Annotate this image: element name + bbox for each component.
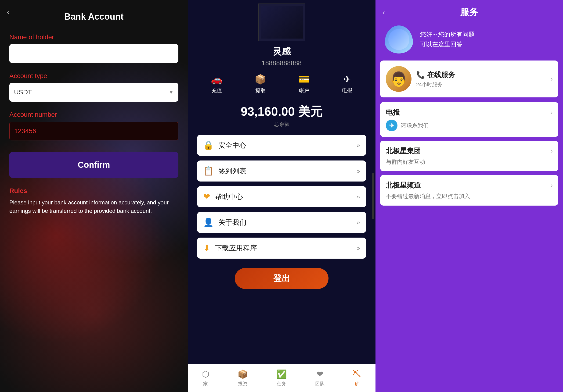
download-icon: ⬇ <box>203 243 210 253</box>
chevron-right-icon-2: » <box>357 168 360 175</box>
back-button[interactable]: ‹ <box>7 8 9 16</box>
nav-label-withdraw: 提取 <box>255 87 266 94</box>
service-hero: 您好～您的所有问题可以在这里回答 <box>375 21 563 61</box>
polaris-group-item[interactable]: 北极星集团 › 与群内好友互动 <box>380 141 558 171</box>
tab-bar: ⬡ 家 📦 投资 ✅ 任务 ❤ 团队 ⛏ 矿 <box>188 364 375 392</box>
quick-nav: 🚗 充值 📦 提取 💳 帐户 ✈ 电报 <box>188 74 375 94</box>
team-icon: ❤ <box>316 369 323 379</box>
page-title: Bank Account <box>64 12 123 22</box>
menu-item-security[interactable]: 🔒 安全中心 » <box>197 135 366 156</box>
polaris-channel-title: 北极星频道 <box>386 181 421 190</box>
tab-task[interactable]: ✅ 任务 <box>276 369 287 387</box>
tab-label-invest: 投资 <box>238 380 247 387</box>
home-icon: ⬡ <box>202 369 209 379</box>
nav-label-recharge: 充值 <box>212 87 222 94</box>
tab-label-team: 团队 <box>315 380 324 387</box>
nav-item-withdraw[interactable]: 📦 提取 <box>255 74 266 94</box>
chevron-right-icon-3: › <box>550 147 553 155</box>
logout-button[interactable]: 登出 <box>235 268 329 289</box>
telegram-title: 电报 <box>386 108 400 117</box>
recharge-icon: 🚗 <box>211 74 223 85</box>
polaris-channel-sub: 不要错过最新消息，立即点击加入 <box>386 193 553 200</box>
panel-bank-account: ‹ Bank Account Name of holder Account ty… <box>0 0 188 392</box>
confirm-button[interactable]: Confirm <box>9 152 179 178</box>
back-button[interactable]: ‹ <box>383 8 385 16</box>
account-number-label: Account number <box>9 111 57 118</box>
agent-name-text: 在线服务 <box>427 70 455 80</box>
menu-item-help[interactable]: ❤ 帮助中心 » <box>197 186 366 207</box>
nav-item-recharge[interactable]: 🚗 充值 <box>211 74 223 94</box>
tab-label-task: 任务 <box>277 380 286 387</box>
panel-service: ‹ 服务 您好～您的所有问题可以在这里回答 👨 📞 在线服务 24小时服务 › … <box>375 0 563 392</box>
name-holder-label: Name of holder <box>9 33 54 41</box>
menu-item-download[interactable]: ⬇ 下载应用程序 » <box>197 238 366 259</box>
rules-title: Rules <box>9 187 27 195</box>
account-number-input[interactable] <box>9 122 179 140</box>
tab-home[interactable]: ⬡ 家 <box>202 369 209 387</box>
telegram-item-top: 电报 › <box>386 108 553 117</box>
polaris-group-top: 北极星集团 › <box>386 146 553 156</box>
nav-label-account: 帐户 <box>299 87 309 94</box>
polaris-channel-desc: 不要错过最新消息，立即点击加入 <box>386 193 470 200</box>
polaris-channel-item[interactable]: 北极星频道 › 不要错过最新消息，立即点击加入 <box>380 175 558 206</box>
chevron-down-icon: ▼ <box>168 89 174 95</box>
telegram-sub: ✈ 请联系我们 <box>386 120 553 131</box>
panel-profile: 灵感 18888888888 🚗 充值 📦 提取 💳 帐户 ✈ 电报 93,16… <box>188 0 375 392</box>
polaris-channel-top: 北极星频道 › <box>386 181 553 190</box>
account-icon: 💳 <box>298 74 310 85</box>
nav-item-telegram[interactable]: ✈ 电报 <box>342 74 352 94</box>
balance-label: 总余额 <box>274 121 289 128</box>
menu-item-about[interactable]: 👤 关于我们 » <box>197 212 366 233</box>
account-type-label: Account type <box>9 72 47 80</box>
menu-list: 🔒 安全中心 » 📋 签到列表 » ❤ 帮助中心 » 👤 关于我们 » ⬇ 下载… <box>197 135 366 259</box>
balance-amount: 93,160.00 美元 <box>241 103 323 120</box>
menu-text-about: 关于我们 <box>218 218 357 227</box>
telegram-desc: 请联系我们 <box>401 122 429 129</box>
tab-invest[interactable]: 📦 投资 <box>238 369 248 387</box>
rules-text: Please input your bank account informati… <box>9 198 179 215</box>
account-type-select[interactable]: USDT ▼ <box>9 83 179 102</box>
mine-icon: ⛏ <box>353 369 361 379</box>
agent-name: 📞 在线服务 <box>416 70 546 80</box>
tab-label-home: 家 <box>203 380 208 387</box>
help-icon: ❤ <box>203 192 210 202</box>
chevron-right-icon-3: » <box>357 193 360 200</box>
menu-text-security: 安全中心 <box>218 141 357 150</box>
nav-item-account[interactable]: 💳 帐户 <box>298 74 310 94</box>
panel1-content: ‹ Bank Account Name of holder Account ty… <box>0 0 188 215</box>
telegram-brand-icon: ✈ <box>386 120 397 131</box>
phone-number: 18888888888 <box>262 59 302 67</box>
tab-mine[interactable]: ⛏ 矿 <box>353 369 361 387</box>
menu-item-checkin[interactable]: 📋 签到列表 » <box>197 160 366 182</box>
online-service-card[interactable]: 👨 📞 在线服务 24小时服务 › <box>380 61 558 98</box>
scroll-indicator <box>372 173 374 219</box>
chevron-right-icon-4: » <box>357 219 360 226</box>
menu-text-checkin: 签到列表 <box>218 166 357 176</box>
polaris-group-sub: 与群内好友互动 <box>386 158 553 166</box>
telegram-icon: ✈ <box>343 74 351 85</box>
profile-banner <box>258 3 305 41</box>
polaris-group-desc: 与群内好友互动 <box>386 158 425 166</box>
nav-label-telegram: 电报 <box>342 87 352 94</box>
agent-avatar: 👨 <box>386 66 411 92</box>
chevron-right-icon: › <box>550 75 553 83</box>
hero-text: 您好～您的所有问题可以在这里回答 <box>420 30 475 49</box>
checkin-icon: 📋 <box>203 166 214 176</box>
chevron-right-icon-5: » <box>357 245 360 252</box>
menu-text-download: 下载应用程序 <box>215 244 357 253</box>
tab-label-mine: 矿 <box>355 380 359 387</box>
service-header: ‹ 服务 <box>375 0 563 21</box>
account-type-value: USDT <box>14 88 32 96</box>
about-icon: 👤 <box>203 218 214 227</box>
agent-sub: 24小时服务 <box>416 81 546 88</box>
name-holder-input[interactable] <box>9 44 179 63</box>
service-title: 服务 <box>460 6 478 18</box>
robot-icon <box>385 25 413 53</box>
task-icon: ✅ <box>276 369 287 379</box>
chevron-right-icon: » <box>357 142 360 149</box>
chevron-right-icon-4: › <box>550 182 553 189</box>
withdraw-icon: 📦 <box>255 74 266 85</box>
telegram-item[interactable]: 电报 › ✈ 请联系我们 <box>380 102 558 137</box>
tab-team[interactable]: ❤ 团队 <box>315 369 324 387</box>
chevron-right-icon-2: › <box>550 109 553 116</box>
